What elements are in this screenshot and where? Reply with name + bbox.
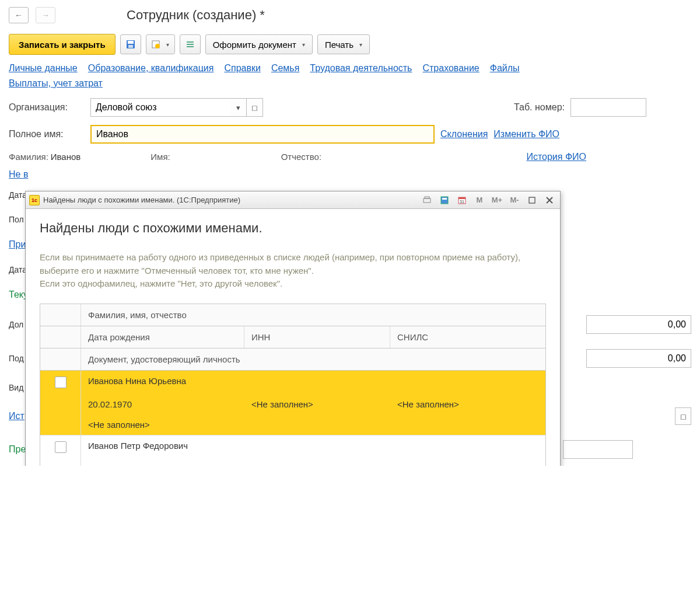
- col-doc: Документ, удостоверяющий личность: [81, 348, 545, 370]
- organization-open-button[interactable]: ◻: [247, 98, 263, 117]
- bg-label: Под: [9, 354, 24, 363]
- col-fio: Фамилия, имя, отчество: [81, 304, 545, 326]
- print-icon[interactable]: [420, 194, 434, 207]
- nav-back-button[interactable]: ←: [9, 7, 29, 23]
- svg-rect-8: [424, 198, 430, 203]
- list-icon: [186, 40, 195, 49]
- name-label: Имя:: [150, 152, 170, 162]
- link-personal-data[interactable]: Личные данные: [9, 63, 78, 74]
- maximize-button[interactable]: [525, 194, 539, 207]
- organization-label: Организация:: [9, 102, 85, 113]
- cell-dob: <Не заполнена>: [81, 459, 244, 466]
- fullname-label: Полное имя:: [9, 129, 85, 140]
- open-button[interactable]: ◻: [675, 407, 691, 425]
- link-work-activity[interactable]: Трудовая деятельность: [310, 63, 412, 74]
- close-button[interactable]: [542, 194, 556, 207]
- chevron-down-icon: ▾: [359, 41, 362, 48]
- cell-inn: <Не заполнен>: [244, 394, 390, 414]
- change-fio-link[interactable]: Изменить ФИО: [494, 129, 559, 140]
- svg-text:31: 31: [460, 200, 464, 204]
- cell-fio: Иванова Нина Юрьевна: [81, 371, 545, 394]
- cell-inn: <Не заполнен>: [244, 459, 390, 466]
- svg-rect-11: [442, 198, 447, 200]
- col-inn: ИНН: [244, 326, 390, 348]
- cell-fio: Иванов Петр Федорович: [81, 435, 545, 459]
- col-snils: СНИЛС: [390, 326, 545, 348]
- svg-rect-2: [128, 45, 133, 48]
- dialog-title: Найдены люди с похожими именами. (1С:Пре…: [43, 196, 416, 204]
- surname-label: Фамилия:: [9, 152, 48, 162]
- svg-rect-10: [441, 197, 448, 204]
- cell-snils: <Не заполнен>: [390, 459, 545, 466]
- row-checkbox[interactable]: [55, 377, 66, 388]
- similar-names-dialog: 1c Найдены люди с похожими именами. (1С:…: [25, 191, 561, 466]
- m-button[interactable]: M: [473, 194, 487, 207]
- amount-input-2[interactable]: [586, 349, 691, 368]
- row-checkbox[interactable]: [55, 441, 66, 453]
- print-button[interactable]: Печать ▾: [317, 34, 370, 54]
- organization-input[interactable]: [90, 98, 230, 117]
- svg-rect-7: [187, 46, 194, 47]
- people-table: Фамилия, имя, отчество Дата рождения ИНН…: [40, 304, 546, 466]
- floppy-icon: [126, 40, 135, 49]
- link-references[interactable]: Справки: [224, 63, 260, 74]
- svg-rect-1: [128, 41, 134, 44]
- surname-value: Иванов: [51, 152, 81, 162]
- page-title: Сотрудник (создание) *: [127, 8, 265, 23]
- history-fio-link[interactable]: История ФИО: [526, 152, 586, 162]
- calendar-icon[interactable]: 31: [455, 194, 469, 207]
- patronymic-label: Отчество:: [281, 152, 321, 162]
- amount-input-1[interactable]: [586, 315, 691, 334]
- svg-point-4: [155, 44, 160, 48]
- cell-snils: <Не заполнен>: [390, 394, 545, 414]
- link-files[interactable]: Файлы: [490, 63, 520, 74]
- m-minus-button[interactable]: M-: [508, 194, 522, 207]
- bg-label: Пре: [9, 444, 26, 455]
- svg-rect-15: [529, 197, 535, 203]
- table-row[interactable]: Иванова Нина Юрьевна 20.02.1970 <Не запо…: [40, 371, 545, 435]
- cell-dob: 20.02.1970: [81, 394, 244, 414]
- tabnum-label: Таб. номер:: [514, 102, 565, 113]
- chevron-down-icon: ▾: [166, 41, 169, 48]
- svg-rect-13: [459, 197, 466, 199]
- organization-dropdown-button[interactable]: ▾: [230, 98, 247, 117]
- bg-label: Дол: [9, 320, 23, 329]
- clip-icon: [151, 40, 160, 49]
- save-button[interactable]: [120, 34, 141, 54]
- m-plus-button[interactable]: M+: [490, 194, 504, 207]
- svg-rect-9: [425, 197, 429, 198]
- fullname-input[interactable]: [90, 125, 435, 144]
- list-button[interactable]: [180, 34, 201, 54]
- svg-rect-5: [187, 41, 194, 43]
- link-education[interactable]: Образование, квалификация: [88, 63, 214, 74]
- link-payments[interactable]: Выплаты, учет затрат: [9, 78, 103, 89]
- create-document-button[interactable]: Оформить документ ▾: [205, 34, 313, 54]
- calc-icon[interactable]: [438, 194, 452, 207]
- chevron-down-icon: ▾: [302, 41, 305, 48]
- bg-label: Ист: [9, 411, 24, 421]
- cell-doc: <Не заполнен>: [81, 414, 545, 435]
- save-and-close-button[interactable]: Записать и закрыть: [9, 34, 116, 55]
- link-insurance[interactable]: Страхование: [422, 63, 479, 74]
- nav-forward-button[interactable]: →: [36, 7, 55, 23]
- attachment-button[interactable]: ▾: [146, 34, 175, 54]
- dialog-titlebar[interactable]: 1c Найдены люди с похожими именами. (1С:…: [26, 191, 560, 209]
- small-input[interactable]: [563, 440, 633, 459]
- svg-rect-6: [187, 44, 194, 45]
- dialog-description: Если вы принимаете на работу одного из п…: [40, 251, 546, 291]
- tabnum-input[interactable]: [570, 98, 646, 117]
- table-row[interactable]: Иванов Петр Федорович <Не заполнена> <Не…: [40, 435, 545, 466]
- declensions-link[interactable]: Склонения: [440, 129, 488, 140]
- dialog-heading: Найдены люди с похожими именами.: [40, 221, 546, 236]
- 1c-icon: 1c: [29, 195, 40, 205]
- col-dob: Дата рождения: [81, 326, 244, 348]
- link-family[interactable]: Семья: [271, 63, 299, 74]
- not-in-link[interactable]: Не в: [9, 169, 28, 179]
